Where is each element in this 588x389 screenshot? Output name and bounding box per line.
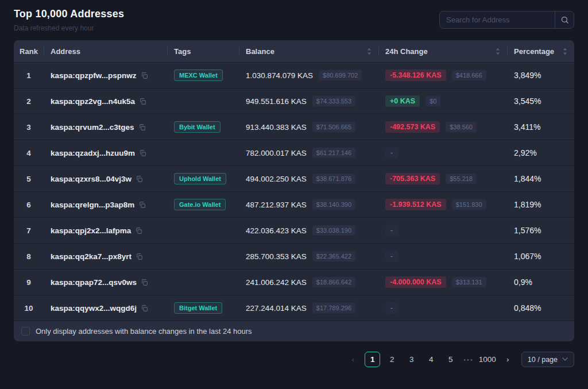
column-header-24h-change[interactable]: 24h Change xyxy=(378,40,507,62)
wallet-tag-badge: Bybit Wallet xyxy=(174,121,220,133)
copy-icon[interactable] xyxy=(136,253,143,260)
copy-icon[interactable] xyxy=(139,98,146,105)
wallet-tag-badge: Uphold Wallet xyxy=(174,173,226,184)
balance-usd-badge: $33.038.190 xyxy=(312,225,355,236)
page-subtitle: Data refreshed every hour xyxy=(14,24,124,32)
last-page-button[interactable]: 1000 xyxy=(479,352,496,367)
change-usd-badge: $418.666 xyxy=(452,70,486,80)
search-button[interactable] xyxy=(555,11,574,28)
change-usd-badge: $151.830 xyxy=(452,199,486,210)
change-cell: - xyxy=(378,251,507,262)
page-button[interactable]: 1 xyxy=(365,352,380,367)
copy-icon[interactable] xyxy=(141,72,148,79)
change-kas-badge: +0 KAS xyxy=(385,95,420,107)
change-kas-badge: - xyxy=(385,225,398,236)
table-row: 9 kaspa:qpap72...qsv0ws 241.006.242 KAS … xyxy=(14,269,574,295)
page-title: Top 10,000 Addresses xyxy=(14,8,124,20)
balance-cell: 487.212.937 KAS $38.140.390 xyxy=(239,199,378,210)
pagination-ellipsis: ••• xyxy=(462,356,475,363)
percentage-cell: 3,849% xyxy=(507,71,574,80)
page-number-buttons: 12345 xyxy=(365,352,458,367)
change-usd-badge: $0 xyxy=(425,96,440,106)
tags-cell: Bitget Wallet xyxy=(167,302,239,314)
percentage-cell: 1,819% xyxy=(507,200,574,209)
change-cell: -1.939.512 KAS $151.830 xyxy=(378,199,507,210)
page-button[interactable]: 4 xyxy=(423,352,439,367)
balance-usd-badge: $18.866.642 xyxy=(312,277,355,287)
address-link[interactable]: kaspa:qrelgn...p3ap8m xyxy=(51,201,134,209)
addresses-table: Rank Address Tags Balance 24h Change Per… xyxy=(14,40,574,341)
page-button[interactable]: 5 xyxy=(443,352,458,367)
address-link[interactable]: kaspa:qpzpfw...pspnwz xyxy=(51,71,137,80)
balance-usd-badge: $17.789.296 xyxy=(312,303,355,313)
table-body: 1 kaspa:qpzpfw...pspnwz MEXC Wallet 1.03… xyxy=(14,62,574,321)
change-kas-badge: -5.348.126 KAS xyxy=(385,70,446,81)
search-input[interactable] xyxy=(440,11,555,28)
wallet-tag-badge: Bitget Wallet xyxy=(174,302,222,314)
address-search xyxy=(439,11,574,29)
rank-cell: 4 xyxy=(14,149,44,157)
change-usd-badge: $313.131 xyxy=(452,277,486,287)
copy-icon[interactable] xyxy=(141,305,148,312)
filter-checkbox[interactable] xyxy=(21,327,30,336)
sort-icon[interactable] xyxy=(362,48,372,55)
balance-usd-badge: $22.365.422 xyxy=(312,251,355,261)
address-cell: kaspa:qqywx2...wqgd6j xyxy=(44,304,167,313)
change-kas-badge: - xyxy=(385,147,398,159)
page-size-select[interactable]: 10 / page xyxy=(521,352,574,367)
address-link[interactable]: kaspa:qpj2x2...lafpma xyxy=(51,226,131,235)
address-cell: kaspa:qq2ka7...px8yrt xyxy=(44,252,167,261)
percentage-cell: 1,844% xyxy=(507,174,574,183)
column-header-tags: Tags xyxy=(167,40,239,62)
change-kas-badge: - xyxy=(385,302,398,314)
balance-kas: 422.036.423 KAS xyxy=(246,226,307,235)
rank-cell: 9 xyxy=(14,278,44,287)
copy-icon[interactable] xyxy=(138,124,146,131)
table-row: 5 kaspa:qzxrs8...04vj3w Uphold Wallet 49… xyxy=(14,165,574,191)
page-button[interactable]: 3 xyxy=(404,352,419,367)
previous-page-button[interactable]: ‹ xyxy=(345,352,361,367)
address-link[interactable]: kaspa:qqywx2...wqgd6j xyxy=(51,304,137,313)
tags-cell: MEXC Wallet xyxy=(167,70,239,81)
balance-cell: 1.030.874.079 KAS $80.699.702 xyxy=(239,70,378,80)
sort-icon[interactable] xyxy=(558,48,567,55)
column-header-percentage[interactable]: Percentage xyxy=(507,40,574,62)
copy-icon[interactable] xyxy=(138,201,146,209)
change-kas-badge: -705.363 KAS xyxy=(385,173,440,184)
change-kas-badge: -492.573 KAS xyxy=(385,121,440,133)
address-link[interactable]: kaspa:qzadxj...hzuu9m xyxy=(51,149,135,157)
change-cell: - xyxy=(378,225,507,236)
sort-icon[interactable] xyxy=(491,48,500,55)
change-cell: -4.000.000 KAS $313.131 xyxy=(378,276,507,288)
rank-cell: 6 xyxy=(14,201,44,209)
copy-icon[interactable] xyxy=(136,175,143,183)
percentage-cell: 1,576% xyxy=(507,226,574,235)
copy-icon[interactable] xyxy=(139,149,146,157)
next-page-button[interactable]: › xyxy=(500,352,516,367)
copy-icon[interactable] xyxy=(135,227,142,234)
column-header-balance[interactable]: Balance xyxy=(239,40,378,62)
wallet-tag-badge: MEXC Wallet xyxy=(174,70,223,81)
address-link[interactable]: kaspa:qq2ka7...px8yrt xyxy=(51,252,131,261)
address-link[interactable]: kaspa:qzxrs8...04vj3w xyxy=(51,175,131,183)
page-button[interactable]: 2 xyxy=(384,352,400,367)
address-link[interactable]: kaspa:qpz2vg...n4uk5a xyxy=(51,97,135,106)
change-usd-badge: $55.218 xyxy=(446,174,477,184)
copy-icon[interactable] xyxy=(141,279,148,286)
change-cell: +0 KAS $0 xyxy=(378,95,507,107)
table-row: 8 kaspa:qq2ka7...px8yrt 285.700.353 KAS … xyxy=(14,243,574,269)
change-kas-badge: -1.939.512 KAS xyxy=(385,199,446,210)
address-link[interactable]: kaspa:qrvum2...c3tges xyxy=(51,123,134,132)
percentage-cell: 2,92% xyxy=(507,148,574,157)
balance-cell: 227.244.014 KAS $17.789.296 xyxy=(239,303,378,313)
address-link[interactable]: kaspa:qpap72...qsv0ws xyxy=(51,278,137,287)
balance-kas: 913.440.383 KAS xyxy=(246,123,307,132)
balance-kas: 494.002.250 KAS xyxy=(246,175,307,183)
change-kas-badge: -4.000.000 KAS xyxy=(385,276,446,288)
balance-kas: 1.030.874.079 KAS xyxy=(246,71,313,80)
balance-cell: 782.000.017 KAS $61.217.146 xyxy=(239,148,378,158)
page-size-value: 10 / page xyxy=(528,356,558,364)
top-bar: Top 10,000 Addresses Data refreshed ever… xyxy=(14,8,574,32)
balance-cell: 949.551.616 KAS $74.333.553 xyxy=(239,96,378,106)
balance-cell: 913.440.383 KAS $71.506.665 xyxy=(239,122,378,132)
